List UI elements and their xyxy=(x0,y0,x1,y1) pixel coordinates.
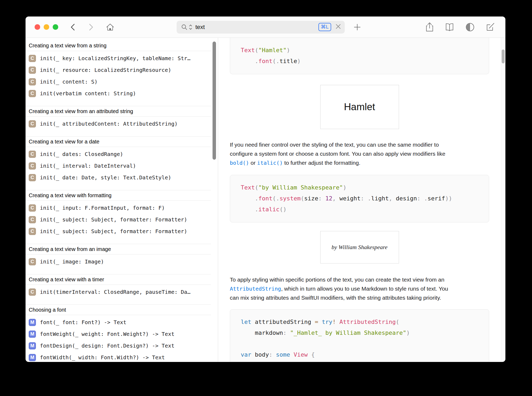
sidebar-section: Creating a text view from a stringCinit(… xyxy=(26,40,211,106)
preview-text: Hamlet xyxy=(344,101,375,113)
result-preview-box: Hamlet xyxy=(320,85,399,129)
sidebar-item[interactable]: Cinit(_ input: F.FormatInput, format: F) xyxy=(26,202,211,214)
sidebar-item[interactable]: Cinit(_ resource: LocalizedStringResourc… xyxy=(26,64,211,76)
method-badge-icon: M xyxy=(29,342,36,349)
sidebar-item[interactable]: Cinit(_ subject: Subject, formatter: For… xyxy=(26,225,211,237)
class-badge-icon: C xyxy=(29,174,36,181)
sidebar-section-title: Creating a text view from an image xyxy=(26,244,211,254)
sidebar-item-label: init(timerInterval: ClosedRange, pauseTi… xyxy=(40,289,190,295)
traffic-lights xyxy=(35,24,58,30)
home-icon xyxy=(105,22,115,32)
new-tab-button[interactable] xyxy=(353,23,361,31)
browser-window: text ⌘L xyxy=(26,16,505,362)
browser-toolbar: text ⌘L xyxy=(26,16,505,38)
tab-overview-chevrons-icon xyxy=(189,24,192,31)
code-line: let attributedString = try! AttributedSt… xyxy=(241,316,489,327)
address-search-bar[interactable]: text ⌘L xyxy=(177,21,345,34)
sidebar-scrollbar[interactable] xyxy=(213,42,216,160)
reading-list-button[interactable] xyxy=(444,22,455,32)
class-badge-icon: C xyxy=(29,204,36,212)
sidebar-item[interactable]: Cinit(timerInterval: ClosedRange, pauseT… xyxy=(26,286,211,298)
documentation-content: Text("Hamlet") .font(.title) Hamlet If y… xyxy=(218,38,505,362)
sidebar-item[interactable]: Cinit(_ date: Date, style: Text.DateStyl… xyxy=(26,172,211,183)
code-line: markdown: "_Hamlet_ by William Shakespea… xyxy=(241,327,489,338)
forward-button[interactable] xyxy=(88,23,94,32)
reader-appearance-button[interactable] xyxy=(465,22,475,32)
class-badge-icon: C xyxy=(29,162,36,170)
sidebar-item[interactable]: MfontWidth(_ width: Font.Width?) -> Text xyxy=(26,352,211,362)
inline-code-link[interactable]: AttributedString xyxy=(230,286,281,292)
result-preview-box: by William Shakespeare xyxy=(320,231,399,263)
class-badge-icon: C xyxy=(29,151,36,158)
inline-code-link[interactable]: italic() xyxy=(257,160,283,166)
back-button[interactable] xyxy=(69,23,76,32)
address-bar-text[interactable]: text xyxy=(196,24,318,31)
class-badge-icon: C xyxy=(29,78,36,85)
sidebar-section-title: Choosing a font xyxy=(26,304,211,315)
sidebar-section: Creating a text view from an imageCinit(… xyxy=(26,244,211,274)
content-scrollbar[interactable] xyxy=(502,50,505,63)
close-window-button[interactable] xyxy=(35,24,40,30)
class-badge-icon: C xyxy=(29,216,36,223)
sidebar-section-title: Creating a text view from a string xyxy=(26,40,211,51)
sidebar-item[interactable]: MfontDesign(_ design: Font.Design?) -> T… xyxy=(26,340,211,352)
sidebar-item-label: init(_ key: LocalizedStringKey, tableNam… xyxy=(40,55,190,61)
inline-code-link[interactable]: bold() xyxy=(230,160,249,166)
sidebar-section: Creating a text view with a timerCinit(t… xyxy=(26,274,211,304)
api-sidebar: Creating a text view from a stringCinit(… xyxy=(26,38,218,362)
code-line: var body: some View { xyxy=(241,349,489,360)
sidebar-item-label: init(_ resource: LocalizedStringResource… xyxy=(40,67,171,73)
sidebar-item[interactable]: Cinit(_ content: S) xyxy=(26,76,211,88)
sidebar-section: Creating a text view with formattingCini… xyxy=(26,190,211,244)
search-icon xyxy=(181,24,192,31)
paragraph-line: can mix string attributes and SwiftUI mo… xyxy=(230,293,487,302)
contrast-icon xyxy=(465,22,475,32)
code-listing: let attributedString = try! AttributedSt… xyxy=(230,309,489,362)
code-listing: Text("Hamlet") .font(.title) xyxy=(230,38,489,74)
paragraph-line: bold() or italic() to further adjust the… xyxy=(230,158,487,167)
paragraph-line: AttributedString, which in turn allows y… xyxy=(230,284,487,293)
sidebar-item-label: fontDesign(_ design: Font.Design?) -> Te… xyxy=(40,343,174,349)
sidebar-item[interactable]: Cinit(_ dates: ClosedRange) xyxy=(26,148,211,160)
compose-button[interactable] xyxy=(485,22,495,32)
sidebar-item[interactable]: Mfont(_ font: Font?) -> Text xyxy=(26,316,211,328)
sidebar-item[interactable]: Cinit(verbatim content: String) xyxy=(26,88,211,99)
sidebar-item-label: fontWeight(_ weight: Font.Weight?) -> Te… xyxy=(40,331,174,337)
code-line: .italic() xyxy=(241,204,489,215)
sidebar-item-label: init(_ content: S) xyxy=(40,79,98,85)
clear-search-button[interactable] xyxy=(335,23,342,31)
code-line xyxy=(241,338,489,349)
share-button[interactable] xyxy=(425,22,434,32)
method-badge-icon: M xyxy=(29,354,36,361)
sidebar-item[interactable]: Cinit(_ image: Image) xyxy=(26,256,211,267)
class-badge-icon: C xyxy=(29,288,36,296)
sidebar-section-title: Creating a text view with a timer xyxy=(26,274,211,285)
paragraph-line: To apply styling within specific portion… xyxy=(230,275,487,284)
zoom-window-button[interactable] xyxy=(53,24,58,30)
sidebar-item-label: init(_ attributedContent: AttributedStri… xyxy=(40,121,178,127)
body-paragraph: If you need finer control over the styli… xyxy=(230,140,487,167)
sidebar-section: Choosing a fontMfont(_ font: Font?) -> T… xyxy=(26,304,211,362)
home-button[interactable] xyxy=(105,22,115,32)
sidebar-item[interactable]: Cinit(_ key: LocalizedStringKey, tableNa… xyxy=(26,52,211,64)
body-paragraph: To apply styling within specific portion… xyxy=(230,275,487,302)
method-badge-icon: M xyxy=(29,331,36,338)
sidebar-section-title: Creating a text view from an attributed … xyxy=(26,106,211,117)
sidebar-item-label: init(verbatim content: String) xyxy=(40,90,136,97)
sidebar-section: Creating a text view for a dateCinit(_ d… xyxy=(26,136,211,190)
sidebar-item[interactable]: MfontWeight(_ weight: Font.Weight?) -> T… xyxy=(26,328,211,340)
class-badge-icon: C xyxy=(29,90,36,97)
code-line: .font(.title) xyxy=(241,56,489,67)
content-scrollbar-track[interactable] xyxy=(501,38,505,362)
keyboard-shortcut-badge: ⌘L xyxy=(318,23,331,31)
sidebar-item-label: font(_ font: Font?) -> Text xyxy=(40,319,126,325)
sidebar-section-title: Creating a text view for a date xyxy=(26,136,211,147)
sidebar-item[interactable]: Cinit(_ attributedContent: AttributedStr… xyxy=(26,118,211,130)
class-badge-icon: C xyxy=(29,228,36,235)
compose-icon xyxy=(485,22,495,32)
sidebar-item[interactable]: Cinit(_ interval: DateInterval) xyxy=(26,160,211,172)
sidebar-item-label: fontWidth(_ width: Font.Width?) -> Text xyxy=(40,354,165,361)
sidebar-item-label: init(_ image: Image) xyxy=(40,258,104,265)
minimize-window-button[interactable] xyxy=(44,24,49,30)
sidebar-item[interactable]: Cinit(_ subject: Subject, formatter: For… xyxy=(26,214,211,225)
